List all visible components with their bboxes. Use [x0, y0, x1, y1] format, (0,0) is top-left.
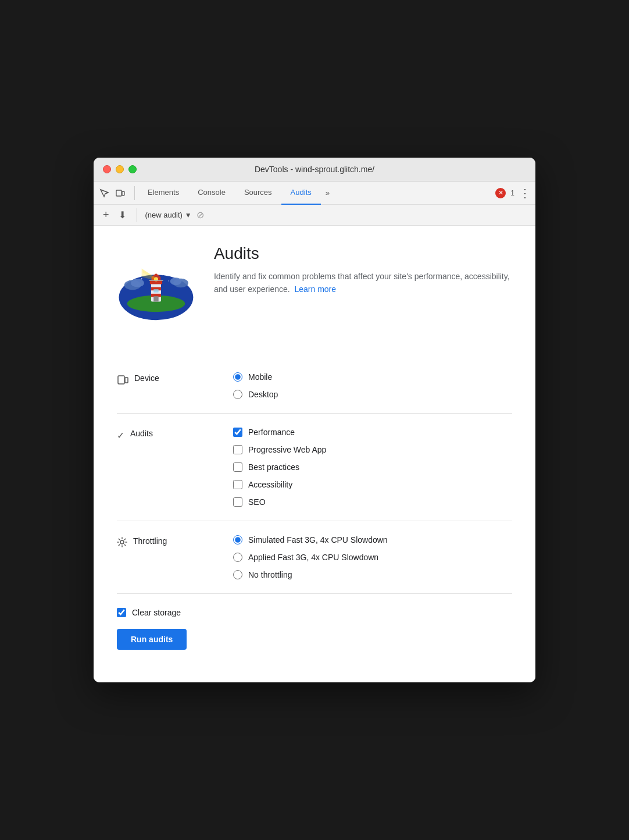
error-icon: ✕ — [495, 188, 506, 198]
throttling-options: Simulated Fast 3G, 4x CPU Slowdown Appli… — [233, 535, 512, 579]
new-audit-button[interactable]: + — [101, 208, 112, 222]
checkmark-icon: ✓ — [117, 430, 124, 441]
audit-performance[interactable]: Performance — [233, 428, 512, 437]
traffic-lights — [103, 165, 137, 173]
audit-pwa[interactable]: Progressive Web App — [233, 445, 512, 454]
throttling-simulated[interactable]: Simulated Fast 3G, 4x CPU Slowdown — [233, 535, 512, 544]
main-content: Audits Identify and fix common problems … — [94, 226, 535, 682]
svg-point-11 — [131, 279, 144, 287]
device-desktop-option[interactable]: Desktop — [233, 390, 512, 399]
throttling-label: Throttling — [117, 535, 233, 579]
close-button[interactable] — [103, 165, 111, 173]
tab-sources[interactable]: Sources — [235, 181, 281, 205]
throttling-label-text: Throttling — [133, 536, 167, 546]
stop-button[interactable]: ⊘ — [196, 209, 204, 220]
audit-select[interactable]: (new audit) ▼ — [145, 211, 192, 219]
sub-toolbar-divider — [137, 208, 137, 222]
svg-rect-26 — [149, 280, 163, 280]
accessibility-checkbox[interactable] — [233, 480, 242, 489]
window-title: DevTools - wind-sprout.glitch.me/ — [255, 165, 374, 174]
gear-icon — [117, 537, 127, 550]
audits-section: ✓ Audits Performance Progressive Web App… — [117, 414, 512, 521]
tab-console[interactable]: Console — [188, 181, 235, 205]
svg-rect-0 — [116, 190, 121, 196]
throttling-section: Throttling Simulated Fast 3G, 4x CPU Slo… — [117, 521, 512, 594]
audit-seo[interactable]: SEO — [233, 497, 512, 507]
svg-point-6 — [168, 280, 169, 281]
learn-more-link[interactable]: Learn more — [294, 284, 336, 294]
tab-bar: Elements Console Sources Audits » — [138, 181, 495, 205]
inspect-icon[interactable] — [98, 187, 110, 199]
svg-point-9 — [152, 270, 152, 270]
bottom-section: Clear storage Run audits — [117, 594, 512, 659]
svg-point-29 — [120, 540, 124, 544]
svg-point-13 — [170, 277, 182, 285]
main-toolbar: Elements Console Sources Audits » ✕ 1 ⋮ — [94, 181, 535, 205]
tab-audits[interactable]: Audits — [281, 181, 321, 205]
device-desktop-radio[interactable] — [233, 390, 242, 399]
device-toggle-icon[interactable] — [115, 187, 126, 199]
svg-rect-27 — [118, 376, 124, 384]
svg-rect-24 — [153, 289, 159, 293]
error-count: 1 — [510, 189, 514, 197]
throttling-simulated-radio[interactable] — [233, 535, 242, 544]
device-mobile-option[interactable]: Mobile — [233, 372, 512, 382]
tab-more[interactable]: » — [321, 181, 334, 205]
throttling-none-radio[interactable] — [233, 570, 242, 579]
audit-best-practices[interactable]: Best practices — [233, 462, 512, 472]
download-button[interactable]: ⬇ — [116, 208, 128, 222]
best-practices-checkbox[interactable] — [233, 462, 242, 472]
audit-accessibility[interactable]: Accessibility — [233, 480, 512, 489]
minimize-button[interactable] — [116, 165, 124, 173]
device-mobile-radio[interactable] — [233, 372, 242, 382]
hero-description: Identify and fix common problems that af… — [214, 270, 512, 296]
device-icon — [117, 374, 128, 389]
tab-elements[interactable]: Elements — [138, 181, 188, 205]
sub-toolbar: + ⬇ (new audit) ▼ ⊘ — [94, 205, 535, 226]
toolbar-right: ✕ 1 ⋮ — [495, 186, 531, 200]
pwa-checkbox[interactable] — [233, 445, 242, 454]
svg-rect-25 — [153, 296, 159, 301]
svg-rect-1 — [122, 191, 124, 195]
devtools-window: DevTools - wind-sprout.glitch.me/ Elemen… — [94, 158, 535, 682]
toolbar-icons — [98, 187, 126, 199]
svg-point-5 — [162, 274, 163, 275]
hero-section: Audits Identify and fix common problems … — [117, 244, 512, 340]
more-menu-icon[interactable]: ⋮ — [519, 186, 531, 200]
svg-point-8 — [174, 276, 175, 277]
audits-label-text: Audits — [130, 429, 153, 438]
title-bar: DevTools - wind-sprout.glitch.me/ — [94, 158, 535, 181]
performance-checkbox[interactable] — [233, 428, 242, 437]
audits-options: Performance Progressive Web App Best pra… — [233, 428, 512, 507]
hero-text: Audits Identify and fix common problems … — [214, 244, 512, 296]
clear-storage-checkbox[interactable] — [117, 608, 126, 617]
throttling-applied[interactable]: Applied Fast 3G, 4x CPU Slowdown — [233, 553, 512, 562]
throttling-none[interactable]: No throttling — [233, 570, 512, 579]
device-section: Device Mobile Desktop — [117, 358, 512, 414]
dropdown-arrow-icon: ▼ — [185, 211, 192, 219]
device-label: Device — [117, 372, 233, 399]
audits-label: ✓ Audits — [117, 428, 233, 507]
toolbar-divider — [134, 186, 135, 200]
device-label-text: Device — [134, 373, 159, 383]
clear-storage-option[interactable]: Clear storage — [117, 608, 512, 617]
svg-rect-28 — [125, 378, 128, 383]
device-options: Mobile Desktop — [233, 372, 512, 399]
maximize-button[interactable] — [128, 165, 137, 173]
run-audits-button[interactable]: Run audits — [117, 629, 187, 650]
throttling-applied-radio[interactable] — [233, 553, 242, 562]
lighthouse-illustration — [117, 244, 195, 326]
hero-title: Audits — [214, 244, 512, 263]
seo-checkbox[interactable] — [233, 497, 242, 507]
svg-point-3 — [141, 278, 142, 279]
